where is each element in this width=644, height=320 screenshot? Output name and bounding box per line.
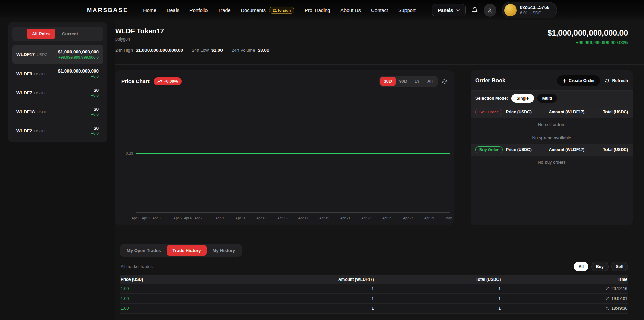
wallet-pill[interactable]: 0xc6c3...5766 6.01 USDC bbox=[502, 2, 557, 18]
nav-deals[interactable]: Deals bbox=[167, 7, 179, 13]
sell-col-total: Total (USDC) bbox=[587, 110, 628, 114]
tab-trade-history[interactable]: Trade History bbox=[167, 245, 206, 256]
trade-total: 1 bbox=[374, 286, 501, 291]
chart-change-badge: +0.00% bbox=[154, 77, 182, 85]
nav-contact[interactable]: Contact bbox=[371, 7, 388, 13]
current-tab[interactable]: Current bbox=[57, 29, 83, 39]
nav-home[interactable]: Home bbox=[143, 7, 156, 13]
no-spread-message: No spread available bbox=[471, 132, 633, 144]
nav-links: Home Deals Portfolio Trade Documents21 t… bbox=[143, 7, 415, 14]
user-icon bbox=[487, 7, 493, 13]
x-tick-label: Apr 13 bbox=[256, 216, 266, 220]
mode-single-button[interactable]: Single bbox=[511, 94, 534, 103]
pairs-sidebar: All Pairs Current WLDF17USDC $1,000,000,… bbox=[8, 22, 107, 142]
nav-documents[interactable]: Documents21 to sign bbox=[241, 7, 295, 14]
bell-icon[interactable] bbox=[471, 7, 478, 14]
pair-price: $0 bbox=[91, 125, 99, 131]
filter-sell-button[interactable]: Sell bbox=[611, 262, 628, 271]
nav-portfolio[interactable]: Portfolio bbox=[189, 7, 208, 13]
range-30d[interactable]: 30D bbox=[380, 77, 396, 86]
mode-multi-button[interactable]: Multi bbox=[537, 94, 557, 103]
trades-section: My Open Trades Trade History My History … bbox=[115, 234, 644, 320]
wallet-balance: 6.01 USDC bbox=[520, 11, 549, 16]
table-row[interactable]: 1.00 1 1 18:49:36 bbox=[120, 304, 628, 314]
panels-dropdown[interactable]: Panels bbox=[432, 4, 466, 16]
table-row[interactable]: 1.00 1 1 19:07:01 bbox=[120, 294, 628, 304]
trade-price: 1.00 bbox=[121, 286, 247, 291]
refresh-icon bbox=[442, 79, 447, 84]
x-tick-label: Apr 7 bbox=[195, 216, 203, 220]
main-content: WLDF Token17 polygon 24h High$1,000,000,… bbox=[115, 20, 644, 320]
nav-about-us[interactable]: About Us bbox=[340, 7, 361, 13]
pair-row-wldf18[interactable]: WLDF18USDC $0+0.0 bbox=[12, 102, 103, 121]
x-tick-label: Apr 9 bbox=[215, 216, 224, 220]
stat-24h-volume-label: 24h Volume bbox=[232, 48, 255, 53]
navbar: MARSBASE Home Deals Portfolio Trade Docu… bbox=[0, 0, 644, 20]
token-header: WLDF Token17 polygon 24h High$1,000,000,… bbox=[115, 20, 644, 65]
x-tick-label: May 1 bbox=[445, 216, 454, 220]
chevron-down-icon bbox=[456, 9, 460, 12]
nav-documents-label: Documents bbox=[241, 7, 266, 13]
filter-buy-button[interactable]: Buy bbox=[591, 262, 609, 271]
table-row[interactable]: 1.00 1 1 20:12:16 bbox=[120, 284, 628, 294]
trade-price: 1.00 bbox=[121, 306, 247, 311]
x-tick-label: Apr 25 bbox=[382, 216, 392, 220]
range-90d[interactable]: 90D bbox=[396, 77, 411, 86]
x-tick-label: Apr 21 bbox=[340, 216, 350, 220]
buy-col-price: Price (USDC) bbox=[505, 147, 546, 152]
all-pairs-tab[interactable]: All Pairs bbox=[27, 29, 55, 39]
price-change-percent: +99,999,999,999,900.00% bbox=[547, 40, 628, 45]
nav-support[interactable]: Support bbox=[398, 7, 416, 13]
refresh-label: Refresh bbox=[612, 78, 628, 83]
tab-my-history[interactable]: My History bbox=[207, 245, 241, 256]
x-tick-label: Apr 3 bbox=[153, 216, 161, 220]
chart-change-value: +0.00% bbox=[164, 79, 178, 84]
pair-row-wldf17[interactable]: WLDF17USDC $1,000,000,000,000+99,999,999… bbox=[12, 45, 103, 64]
sell-col-price: Price (USDC) bbox=[505, 110, 546, 114]
order-book-refresh-button[interactable]: Refresh bbox=[605, 78, 628, 83]
pair-quote: USDC bbox=[37, 110, 47, 114]
pair-change: +0.0 bbox=[58, 74, 99, 79]
price-line-series bbox=[136, 153, 450, 154]
buy-orders-header: Buy Order Price (USDC) Amount (WLDF17) T… bbox=[471, 144, 633, 156]
range-all[interactable]: All bbox=[424, 77, 436, 86]
create-order-button[interactable]: Create Order bbox=[557, 75, 600, 86]
x-tick-label: Apr 5 bbox=[173, 216, 182, 220]
selection-mode-row: Selection Mode: Single Multi bbox=[471, 91, 633, 106]
filter-all-button[interactable]: All bbox=[574, 262, 588, 271]
x-tick-label: Apr 6 bbox=[184, 216, 192, 220]
stat-24h-high-value: $1,000,000,000,000.00 bbox=[136, 48, 183, 53]
pair-row-wldf7[interactable]: WLDF7USDC $0+0.0 bbox=[12, 83, 103, 102]
no-buy-orders-message: No buy orders bbox=[471, 156, 633, 170]
pair-symbol: WLDF9 bbox=[16, 71, 32, 76]
nav-trade[interactable]: Trade bbox=[218, 7, 230, 13]
chart-plot-area[interactable]: 0.33 bbox=[136, 91, 450, 213]
x-tick-label: Apr 23 bbox=[361, 216, 371, 220]
trending-up-icon bbox=[157, 80, 162, 83]
pair-change: +0.0 bbox=[91, 112, 99, 117]
trade-filter-group: All Buy Sell bbox=[574, 262, 628, 271]
sell-orders-header: Sell Order Price (USDC) Amount (WLDF17) … bbox=[471, 106, 633, 118]
chart-refresh-button[interactable] bbox=[442, 79, 447, 84]
all-market-trades-label: All market trades bbox=[121, 264, 153, 269]
tab-my-open-trades[interactable]: My Open Trades bbox=[121, 245, 167, 256]
trade-amount: 1 bbox=[247, 296, 374, 301]
token-title: WLDF Token17 bbox=[115, 27, 269, 35]
wallet-avatar bbox=[504, 4, 517, 16]
user-avatar[interactable] bbox=[484, 4, 496, 17]
marsbase-logo[interactable]: MARSBASE bbox=[87, 7, 128, 14]
trade-amount: 1 bbox=[247, 306, 374, 311]
range-1y[interactable]: 1Y bbox=[411, 77, 424, 86]
pair-row-wldf2[interactable]: WLDF2USDC $0+0.0 bbox=[12, 121, 103, 140]
x-tick-label: Apr 17 bbox=[298, 216, 308, 220]
nav-pro-trading[interactable]: Pro Trading bbox=[305, 7, 330, 13]
pair-row-wldf9[interactable]: WLDF9USDC $1,000,000,000,000+0.0 bbox=[12, 64, 103, 83]
x-tick-label: Apr 1 bbox=[132, 216, 140, 220]
stat-24h-volume-value: $3.00 bbox=[258, 48, 270, 53]
stat-24h-low-value: $1.00 bbox=[211, 48, 223, 53]
trade-time: 20:12:16 bbox=[611, 286, 627, 291]
range-selector: 30D 90D 1Y All bbox=[379, 76, 438, 87]
pair-symbol: WLDF2 bbox=[16, 128, 32, 133]
trades-tab-group: My Open Trades Trade History My History bbox=[120, 244, 242, 257]
order-book-title: Order Book bbox=[475, 78, 505, 84]
